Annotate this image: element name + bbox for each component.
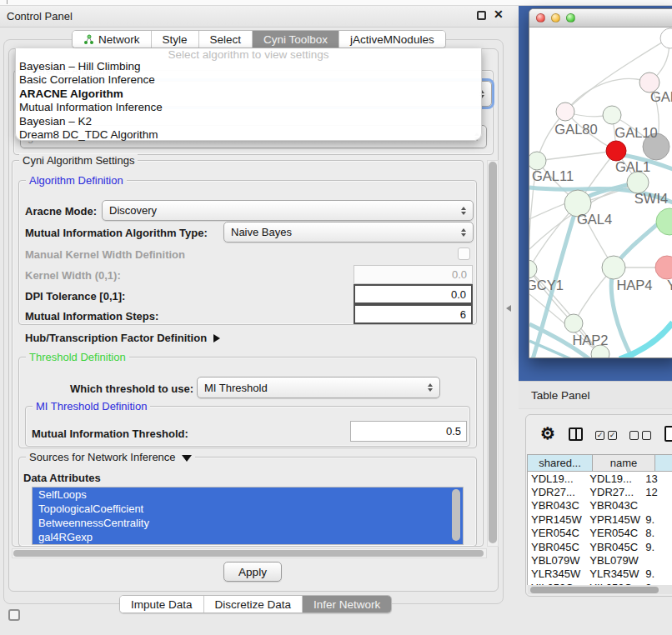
network-node[interactable] <box>656 208 672 235</box>
window-close-button[interactable] <box>536 13 545 22</box>
gear-icon[interactable]: ⚙ <box>540 425 555 442</box>
cell: YPR145W <box>586 513 642 526</box>
select-all-columns-icon[interactable]: ✓ ✓ <box>595 431 617 440</box>
tab-impute-data[interactable]: Impute Data <box>120 596 204 612</box>
network-canvas[interactable]: GAL GAL80 GAL10 GAL1 GAL11 SWI4 GAL4 GCY… <box>529 28 672 358</box>
table-row[interactable]: YLR345WYLR345W9. <box>528 568 672 581</box>
column-header-extra[interactable] <box>654 454 672 472</box>
node-label: GAL80 <box>554 122 597 137</box>
network-node[interactable] <box>602 256 625 279</box>
kernel-width-field[interactable]: 0.0 <box>354 265 473 284</box>
dpi-tolerance-label: DPI Tolerance [0,1]: <box>25 290 125 302</box>
table-row[interactable]: YBL079WYBL079W <box>528 553 672 567</box>
table-row[interactable]: YDL19...YDL19...13 <box>528 472 672 485</box>
mi-threshold-field[interactable]: 0.5 <box>350 421 467 442</box>
network-node-selected[interactable] <box>606 141 626 161</box>
cell: YLR345W <box>586 568 642 580</box>
list-item[interactable]: TopologicalCoefficient <box>33 502 463 516</box>
cell: 8. <box>642 527 672 539</box>
network-node[interactable] <box>603 106 621 124</box>
network-window-titlebar[interactable] <box>529 9 672 28</box>
tab-style[interactable]: Style <box>152 31 199 48</box>
tab-discretize-data[interactable]: Discretize Data <box>204 596 303 612</box>
unchecked-box-icon <box>629 431 639 440</box>
algorithm-dropdown-popup: Select algorithm to view settings Bayesi… <box>15 48 482 141</box>
combo-stepper-icon <box>461 228 466 237</box>
list-item[interactable]: gal4RGexp <box>33 530 463 544</box>
bottom-tabbar: Impute Data Discretize Data Infer Networ… <box>119 595 392 613</box>
network-node[interactable] <box>529 152 546 170</box>
tab-select[interactable]: Select <box>199 31 253 48</box>
mi-steps-field[interactable]: 6 <box>354 304 473 324</box>
horizontal-scrollbar-thumb[interactable] <box>13 550 484 557</box>
table-row[interactable]: YPR145WYPR145W9. <box>528 512 672 526</box>
dropdown-item[interactable]: Mutual Information Inference <box>16 101 481 114</box>
sources-title-text: Sources for Network Inference <box>29 451 176 463</box>
close-panel-icon[interactable]: ✕ <box>494 8 504 21</box>
cell: YDR27... <box>528 486 586 498</box>
kernel-width-value: 0.0 <box>452 268 467 281</box>
which-threshold-combobox[interactable]: MI Threshold <box>197 377 440 398</box>
table-row[interactable]: YER054CYER054C8. <box>528 527 672 540</box>
table-scrollbar-thumb[interactable] <box>530 587 659 593</box>
table-row[interactable]: YBR043CYBR043C <box>528 499 672 512</box>
dropdown-item[interactable]: Bayesian – Hill Climbing <box>16 60 481 73</box>
node-label: Y <box>667 278 672 292</box>
cell: YLR345W <box>528 568 586 580</box>
float-panel-icon[interactable] <box>477 11 486 20</box>
cell: YDL19... <box>586 472 642 485</box>
data-attributes-label: Data Attributes <box>23 472 101 484</box>
cell: YBL079W <box>528 554 586 567</box>
dropdown-item[interactable]: Bayesian – K2 <box>16 115 481 128</box>
network-node[interactable] <box>564 314 583 332</box>
columns-icon[interactable] <box>569 428 583 441</box>
mi-type-value: Naive Bayes <box>231 226 456 238</box>
deselect-all-columns-icon[interactable] <box>629 431 651 440</box>
window-minimize-button[interactable] <box>551 13 560 22</box>
dropdown-item-highlighted[interactable]: ARACNE Algorithm <box>16 88 481 101</box>
mi-steps-label: Mutual Information Steps: <box>25 310 158 322</box>
table-row[interactable]: YDR27...YDR27...12 <box>528 485 672 498</box>
cell: YDR27... <box>586 486 642 498</box>
dropdown-item[interactable]: Dream8 DC_TDC Algorithm <box>16 128 481 142</box>
dropdown-placeholder: Select algorithm to view settings <box>16 50 481 60</box>
panel-divider-collapse-icon[interactable] <box>506 305 511 312</box>
manual-kernel-checkbox[interactable] <box>458 248 470 260</box>
top-strip <box>0 0 672 6</box>
window-zoom-button[interactable] <box>566 13 575 22</box>
tab-infer-network[interactable]: Infer Network <box>303 596 391 612</box>
kernel-width-label: Kernel Width (0,1): <box>25 269 121 282</box>
apply-button[interactable]: Apply <box>223 562 282 582</box>
network-thick-edges <box>529 154 672 358</box>
network-node[interactable] <box>660 28 672 48</box>
vertical-scrollbar-thumb[interactable] <box>489 162 497 543</box>
cell: 9. <box>642 541 672 553</box>
column-header-shared[interactable]: shared... <box>527 454 593 472</box>
cell: 9. <box>642 513 672 526</box>
list-item[interactable]: SelfLoops <box>33 488 463 502</box>
tab-jactivemnodules[interactable]: jActiveMNodules <box>339 31 445 48</box>
list-scrollbar[interactable] <box>452 489 460 541</box>
aracne-mode-label: Aracne Mode: <box>25 205 97 218</box>
which-threshold-value: MI Threshold <box>204 382 423 394</box>
restore-panel-icon[interactable] <box>8 609 20 621</box>
network-node[interactable] <box>556 102 574 121</box>
tab-network[interactable]: Network <box>73 31 152 48</box>
table-row[interactable]: YBR045CYBR045C9. <box>528 540 672 553</box>
column-header-name[interactable]: name <box>592 454 655 472</box>
mi-type-combobox[interactable]: Naive Bayes <box>223 222 474 242</box>
document-icon[interactable] <box>664 426 672 442</box>
tab-network-label: Network <box>98 33 140 46</box>
tab-cyni-toolbox-label: Cyni Toolbox <box>263 33 328 46</box>
tab-impute-data-label: Impute Data <box>131 598 193 611</box>
network-node[interactable] <box>529 260 537 278</box>
dpi-tolerance-field[interactable]: 0.0 <box>354 284 473 304</box>
list-item[interactable]: BetweennessCentrality <box>33 516 463 530</box>
aracne-mode-combobox[interactable]: Discovery <box>102 200 474 221</box>
hub-definition-toggle[interactable]: Hub/Transcription Factor Definition <box>25 332 220 344</box>
cell: YDL19... <box>528 472 586 485</box>
dropdown-item[interactable]: Basic Correlation Inference <box>16 73 481 87</box>
network-node[interactable] <box>655 256 672 279</box>
top-tick <box>7 0 8 4</box>
tab-cyni-toolbox[interactable]: Cyni Toolbox <box>253 31 339 48</box>
